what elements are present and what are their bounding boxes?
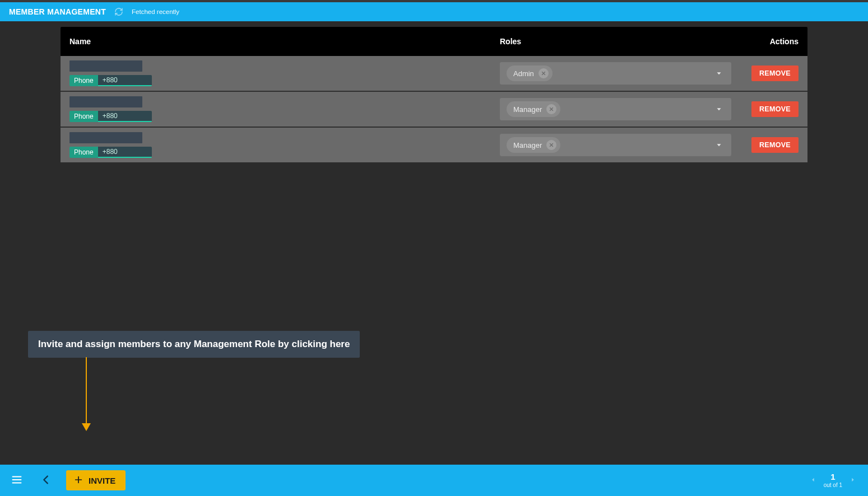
remove-role-icon[interactable] (546, 140, 556, 150)
role-select[interactable]: Manager (500, 134, 731, 156)
member-name-redacted (69, 96, 142, 107)
invite-button[interactable]: INVITE (66, 470, 126, 490)
name-cell: Phone+880 (69, 96, 493, 122)
phone-tag: Phone+880 (69, 111, 493, 122)
top-bar: MEMBER MANAGEMENT Fetched recently (0, 0, 868, 21)
svg-marker-15 (852, 478, 853, 482)
chevron-left-icon (40, 474, 52, 488)
pager: 1 out of 1 (810, 472, 860, 488)
hamburger-icon (11, 474, 23, 488)
roles-cell: Admin (493, 62, 731, 85)
member-name-redacted (69, 132, 142, 143)
callout-arrow-head-icon (82, 423, 91, 431)
invite-button-label: INVITE (89, 476, 115, 485)
refresh-icon[interactable] (114, 7, 124, 17)
name-cell: Phone+880 (69, 60, 493, 86)
table-row: Phone+880AdminREMOVE (61, 56, 807, 91)
column-name: Name (69, 37, 493, 46)
role-select[interactable]: Manager (500, 98, 731, 120)
back-button[interactable] (37, 471, 55, 489)
members-table: Name Roles Actions Phone+880AdminREMOVEP… (61, 27, 807, 162)
pager-total: out of 1 (824, 482, 842, 488)
roles-cell: Manager (493, 134, 731, 156)
plus-icon (74, 475, 83, 486)
column-actions: Actions (731, 37, 799, 46)
pager-status: 1 out of 1 (824, 472, 842, 488)
remove-button[interactable]: REMOVE (751, 101, 799, 117)
table-header: Name Roles Actions (61, 27, 807, 56)
svg-marker-8 (717, 144, 721, 146)
chevron-down-icon[interactable] (713, 139, 725, 151)
phone-label: Phone (69, 75, 98, 86)
role-chip[interactable]: Manager (507, 101, 560, 117)
role-select[interactable]: Admin (500, 62, 731, 85)
actions-cell: REMOVE (731, 137, 799, 153)
phone-value: +880 (98, 75, 152, 86)
pager-current: 1 (830, 472, 835, 482)
remove-role-icon[interactable] (539, 68, 549, 78)
svg-marker-2 (717, 72, 721, 74)
svg-marker-14 (812, 478, 814, 482)
phone-tag: Phone+880 (69, 75, 493, 86)
main-content: Name Roles Actions Phone+880AdminREMOVEP… (0, 21, 868, 465)
remove-button[interactable]: REMOVE (751, 137, 799, 153)
phone-value: +880 (98, 147, 152, 158)
bottom-bar: INVITE 1 out of 1 (0, 465, 868, 496)
chevron-down-icon[interactable] (713, 104, 725, 115)
pager-prev[interactable] (810, 476, 816, 484)
phone-label: Phone (69, 111, 98, 122)
role-chip-label: Admin (513, 69, 534, 78)
name-cell: Phone+880 (69, 132, 493, 158)
fetched-status: Fetched recently (132, 8, 179, 15)
table-row: Phone+880ManagerREMOVE (61, 128, 807, 162)
phone-tag: Phone+880 (69, 147, 493, 158)
role-chip-label: Manager (513, 141, 542, 149)
roles-cell: Manager (493, 98, 731, 120)
chevron-down-icon[interactable] (713, 68, 725, 79)
svg-marker-5 (717, 108, 721, 110)
role-chip[interactable]: Admin (507, 65, 553, 81)
remove-role-icon[interactable] (546, 104, 556, 114)
phone-label: Phone (69, 147, 98, 158)
invite-callout: Invite and assign members to any Managem… (28, 331, 360, 358)
table-row: Phone+880ManagerREMOVE (61, 92, 807, 127)
column-roles: Roles (493, 37, 731, 46)
actions-cell: REMOVE (731, 65, 799, 81)
phone-value: +880 (98, 111, 152, 122)
role-chip-label: Manager (513, 105, 542, 114)
actions-cell: REMOVE (731, 101, 799, 117)
page-title: MEMBER MANAGEMENT (9, 7, 106, 16)
remove-button[interactable]: REMOVE (751, 65, 799, 81)
role-chip[interactable]: Manager (507, 137, 560, 153)
pager-next[interactable] (850, 476, 856, 484)
callout-arrow-line (86, 357, 87, 425)
menu-button[interactable] (8, 471, 26, 489)
member-name-redacted (69, 60, 142, 72)
